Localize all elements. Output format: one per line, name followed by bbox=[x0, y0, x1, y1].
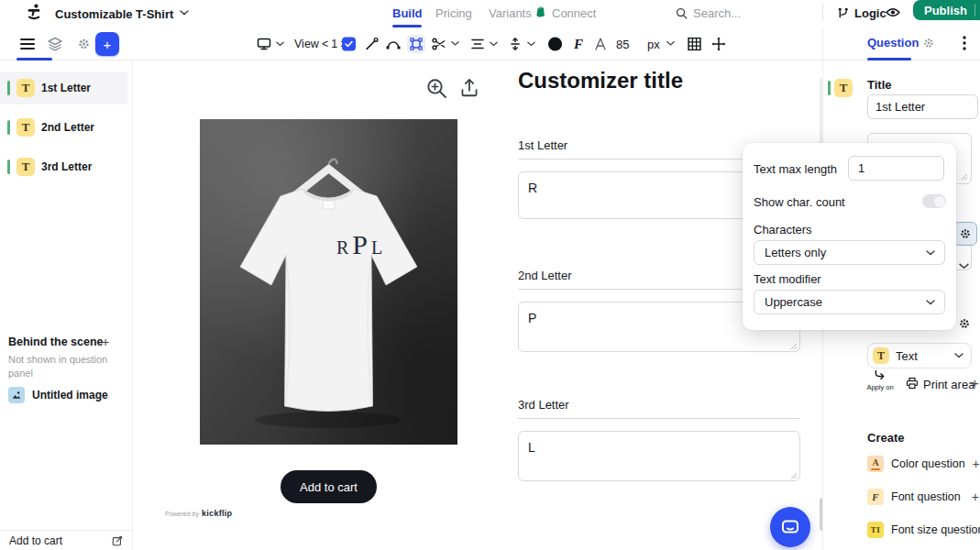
logic-button[interactable]: Logic bbox=[837, 6, 886, 20]
create-font-question[interactable]: F Font question + bbox=[867, 488, 979, 506]
publish-button[interactable]: Publish bbox=[913, 0, 980, 20]
image-icon bbox=[8, 387, 25, 403]
field-label: 3rd Letter bbox=[518, 398, 800, 412]
text-settings-gear-button[interactable] bbox=[953, 222, 977, 246]
device-view-dropdown[interactable] bbox=[257, 38, 284, 50]
sidebar-item-untitled-image[interactable]: Untitled image bbox=[8, 387, 108, 403]
apply-on-label: Apply on bbox=[866, 383, 893, 391]
plus-icon[interactable]: + bbox=[973, 456, 980, 471]
tab-connect[interactable]: Connect bbox=[552, 6, 596, 20]
unit-dropdown[interactable]: px bbox=[647, 37, 675, 50]
layers-list-icon[interactable] bbox=[20, 38, 35, 50]
kebab-menu-icon[interactable] bbox=[963, 36, 966, 50]
text-question-icon: T bbox=[17, 118, 35, 137]
preview-eye-icon[interactable] bbox=[886, 6, 900, 18]
stack-icon[interactable] bbox=[48, 37, 62, 51]
canvas-toolbar: View < 1 > bbox=[133, 28, 822, 60]
text-modifier-label: Text modifier bbox=[754, 272, 821, 286]
cut-tool-dropdown[interactable] bbox=[432, 37, 459, 50]
powered-by: Powered by kickflip bbox=[165, 509, 232, 518]
characters-select[interactable]: Letters only bbox=[754, 240, 945, 265]
color-swatch-icon[interactable] bbox=[547, 36, 563, 51]
chevron-down-icon bbox=[276, 41, 284, 47]
characters-label: Characters bbox=[754, 223, 812, 236]
text-question-icon: T bbox=[834, 79, 853, 97]
sidebar-item-3rd-letter[interactable]: T 3rd Letter bbox=[0, 150, 127, 183]
visible-indicator bbox=[7, 81, 10, 95]
page-prev[interactable]: < bbox=[322, 38, 328, 50]
sidebar-item-label: 1st Letter bbox=[41, 82, 91, 94]
chevron-down-icon bbox=[451, 41, 459, 47]
publish-chevron-icon[interactable] bbox=[975, 7, 980, 13]
visible-indicator bbox=[7, 160, 10, 174]
frame-tool-icon[interactable] bbox=[407, 35, 425, 53]
create-font-size-question[interactable]: TI Font size question + bbox=[867, 521, 979, 539]
product-title[interactable]: Customizable T-Shirt bbox=[55, 7, 173, 21]
edit-icon[interactable] bbox=[112, 535, 123, 546]
text-align-dropdown[interactable] bbox=[471, 38, 498, 50]
tab-pricing[interactable]: Pricing bbox=[435, 6, 472, 20]
search-input[interactable] bbox=[693, 4, 803, 22]
logic-label: Logic bbox=[854, 6, 886, 20]
question-panel-tabbar: Question bbox=[822, 28, 980, 60]
color-question-icon: A bbox=[867, 456, 884, 472]
product-photo[interactable]: RPL bbox=[200, 119, 457, 445]
view-label: View bbox=[294, 38, 319, 50]
text-modifier-value: Uppercase bbox=[765, 295, 822, 309]
font-family-icon[interactable]: F bbox=[574, 36, 583, 51]
question-settings-gear-icon[interactable] bbox=[922, 37, 935, 50]
kickflip-logo-icon[interactable] bbox=[26, 4, 42, 20]
print-area-label[interactable]: Print area bbox=[923, 378, 974, 391]
add-layer-button[interactable]: + bbox=[95, 32, 119, 56]
font-outline-icon[interactable] bbox=[593, 38, 608, 50]
apply-on-control[interactable]: Apply on bbox=[861, 369, 899, 391]
preview-canvas: RPL Customizer title 1st Letter R 2nd Le… bbox=[133, 60, 822, 550]
grid-icon[interactable] bbox=[688, 37, 701, 50]
chat-widget-button[interactable] bbox=[770, 507, 810, 547]
chevron-down-icon bbox=[926, 300, 935, 305]
tab-variants[interactable]: Variants bbox=[489, 6, 532, 20]
add-to-cart-button[interactable]: Add to cart bbox=[281, 470, 377, 503]
visible-indicator bbox=[828, 81, 831, 95]
text-question-icon: T bbox=[17, 79, 35, 97]
check-icon bbox=[345, 40, 353, 47]
char-count-toggle[interactable] bbox=[922, 194, 946, 208]
add-print-area-button[interactable]: + bbox=[971, 375, 979, 390]
text-question-icon: T bbox=[873, 347, 889, 364]
chevron-down-icon bbox=[954, 353, 963, 358]
letter-input-3[interactable]: L bbox=[518, 431, 800, 481]
chevron-down-icon bbox=[926, 250, 935, 256]
sidebar-item-2nd-letter[interactable]: T 2nd Letter bbox=[0, 111, 127, 144]
line-tool-icon[interactable] bbox=[365, 37, 379, 50]
gear-icon[interactable] bbox=[77, 37, 91, 50]
tab-question[interactable]: Question bbox=[867, 36, 919, 50]
curve-tool-icon[interactable] bbox=[386, 38, 401, 50]
char-count-label: Show char. count bbox=[754, 195, 845, 209]
question-type-dropdown[interactable]: T Text bbox=[867, 343, 972, 368]
chevron-down-icon[interactable] bbox=[180, 10, 189, 16]
view-visible-checkbox[interactable] bbox=[342, 37, 356, 50]
printer-icon bbox=[906, 377, 919, 390]
chat-icon bbox=[779, 516, 801, 538]
active-panel-indicator bbox=[17, 58, 52, 60]
chevron-down-icon[interactable] bbox=[959, 263, 969, 270]
vertical-align-dropdown[interactable] bbox=[509, 38, 535, 50]
max-length-input[interactable] bbox=[848, 156, 944, 181]
question-title-input[interactable] bbox=[867, 94, 978, 119]
text-modifier-select[interactable]: Uppercase bbox=[754, 290, 945, 314]
app-window: Customizable T-Shirt Build Pricing Varia… bbox=[0, 0, 980, 550]
sidebar-item-1st-letter[interactable]: T 1st Letter bbox=[0, 72, 127, 104]
behind-the-scene-title: Behind the scene bbox=[8, 336, 104, 348]
font-size-value[interactable]: 85 bbox=[616, 37, 629, 50]
visible-indicator bbox=[7, 120, 10, 135]
plus-icon[interactable]: + bbox=[972, 490, 979, 504]
create-color-question[interactable]: A Color question + bbox=[867, 455, 979, 473]
gear-icon[interactable] bbox=[958, 317, 971, 330]
sidebar-item-label: 3rd Letter bbox=[41, 160, 92, 173]
behind-the-scene-add-button[interactable]: + bbox=[102, 335, 109, 349]
share-upload-icon[interactable] bbox=[459, 78, 479, 98]
zoom-in-icon[interactable] bbox=[426, 78, 447, 99]
kickflip-brand: kickflip bbox=[202, 509, 232, 518]
move-tool-icon[interactable] bbox=[711, 37, 726, 51]
tab-build[interactable]: Build bbox=[392, 6, 423, 20]
